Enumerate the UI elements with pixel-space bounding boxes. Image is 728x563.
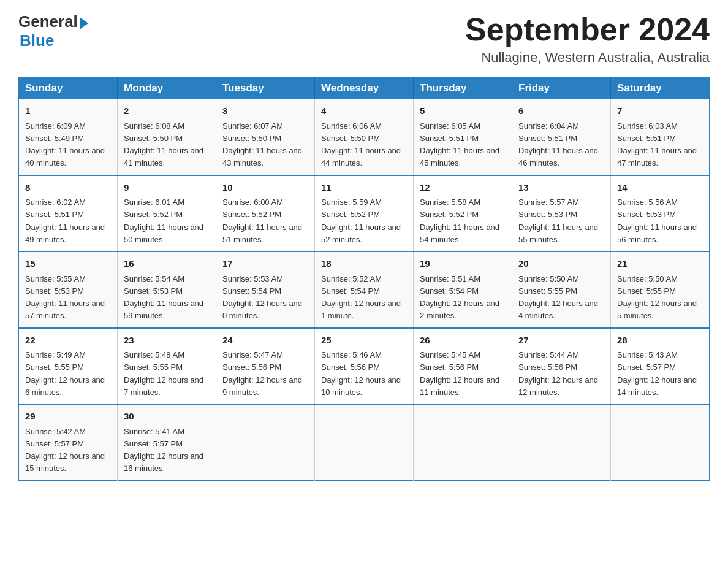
calendar-cell: 7 Sunrise: 6:03 AMSunset: 5:51 PMDayligh… — [611, 99, 710, 175]
day-info: Sunrise: 5:41 AMSunset: 5:57 PMDaylight:… — [124, 427, 203, 473]
calendar-cell: 27 Sunrise: 5:44 AMSunset: 5:56 PMDaylig… — [512, 328, 611, 405]
day-header-thursday: Thursday — [414, 77, 512, 100]
day-info: Sunrise: 5:56 AMSunset: 5:53 PMDaylight:… — [617, 197, 697, 244]
logo: General Blue — [18, 12, 88, 50]
day-number: 30 — [124, 410, 210, 424]
calendar-table: SundayMondayTuesdayWednesdayThursdayFrid… — [18, 77, 710, 481]
day-info: Sunrise: 5:50 AMSunset: 5:55 PMDaylight:… — [518, 274, 598, 321]
day-info: Sunrise: 5:45 AMSunset: 5:56 PMDaylight:… — [420, 350, 499, 397]
day-number: 21 — [617, 257, 703, 271]
day-number: 26 — [420, 334, 506, 348]
calendar-cell: 3 Sunrise: 6:07 AMSunset: 5:50 PMDayligh… — [216, 99, 315, 175]
day-number: 25 — [321, 334, 407, 348]
week-row-2: 8 Sunrise: 6:02 AMSunset: 5:51 PMDayligh… — [19, 175, 710, 252]
day-info: Sunrise: 5:55 AMSunset: 5:53 PMDaylight:… — [25, 274, 105, 321]
day-header-monday: Monday — [118, 77, 216, 100]
calendar-cell: 4 Sunrise: 6:06 AMSunset: 5:50 PMDayligh… — [315, 99, 414, 175]
calendar-cell — [611, 404, 710, 480]
day-number: 16 — [124, 257, 210, 271]
day-number: 18 — [321, 257, 407, 271]
day-number: 12 — [420, 181, 506, 195]
logo-arrow-icon — [80, 17, 88, 29]
day-info: Sunrise: 5:42 AMSunset: 5:57 PMDaylight:… — [25, 427, 105, 473]
calendar-cell: 6 Sunrise: 6:04 AMSunset: 5:51 PMDayligh… — [512, 99, 611, 175]
day-number: 28 — [617, 334, 703, 348]
logo-text-general: General — [18, 12, 78, 31]
calendar-cell — [216, 404, 315, 480]
calendar-cell: 23 Sunrise: 5:48 AMSunset: 5:55 PMDaylig… — [118, 328, 216, 405]
day-info: Sunrise: 6:09 AMSunset: 5:49 PMDaylight:… — [25, 121, 105, 168]
calendar-cell: 26 Sunrise: 5:45 AMSunset: 5:56 PMDaylig… — [414, 328, 512, 405]
day-info: Sunrise: 5:58 AMSunset: 5:52 PMDaylight:… — [420, 197, 499, 244]
calendar-cell: 30 Sunrise: 5:41 AMSunset: 5:57 PMDaylig… — [118, 404, 216, 480]
day-info: Sunrise: 6:06 AMSunset: 5:50 PMDaylight:… — [321, 121, 401, 168]
day-info: Sunrise: 6:03 AMSunset: 5:51 PMDaylight:… — [617, 121, 697, 168]
day-info: Sunrise: 6:04 AMSunset: 5:51 PMDaylight:… — [518, 121, 598, 168]
day-info: Sunrise: 5:57 AMSunset: 5:53 PMDaylight:… — [518, 197, 598, 244]
calendar-cell: 2 Sunrise: 6:08 AMSunset: 5:50 PMDayligh… — [118, 99, 216, 175]
calendar-cell: 29 Sunrise: 5:42 AMSunset: 5:57 PMDaylig… — [19, 404, 118, 480]
day-number: 8 — [25, 181, 111, 195]
day-info: Sunrise: 6:07 AMSunset: 5:50 PMDaylight:… — [222, 121, 302, 168]
calendar-cell — [512, 404, 611, 480]
day-header-sunday: Sunday — [19, 77, 118, 100]
day-number: 7 — [617, 104, 703, 118]
day-number: 11 — [321, 181, 407, 195]
week-row-5: 29 Sunrise: 5:42 AMSunset: 5:57 PMDaylig… — [19, 404, 710, 480]
day-number: 4 — [321, 104, 407, 118]
day-info: Sunrise: 5:50 AMSunset: 5:55 PMDaylight:… — [617, 274, 697, 321]
day-info: Sunrise: 5:46 AMSunset: 5:56 PMDaylight:… — [321, 350, 401, 397]
calendar-cell: 22 Sunrise: 5:49 AMSunset: 5:55 PMDaylig… — [19, 328, 118, 405]
day-number: 27 — [518, 334, 604, 348]
day-number: 20 — [518, 257, 604, 271]
month-title: September 2024 — [465, 12, 710, 47]
day-info: Sunrise: 5:54 AMSunset: 5:53 PMDaylight:… — [124, 274, 203, 321]
day-info: Sunrise: 5:47 AMSunset: 5:56 PMDaylight:… — [222, 350, 302, 397]
day-info: Sunrise: 5:51 AMSunset: 5:54 PMDaylight:… — [420, 274, 499, 321]
logo-text-blue: Blue — [20, 31, 88, 50]
day-info: Sunrise: 6:01 AMSunset: 5:52 PMDaylight:… — [124, 197, 203, 244]
calendar-cell — [414, 404, 512, 480]
calendar-cell: 11 Sunrise: 5:59 AMSunset: 5:52 PMDaylig… — [315, 175, 414, 252]
day-number: 2 — [124, 104, 210, 118]
calendar-cell: 15 Sunrise: 5:55 AMSunset: 5:53 PMDaylig… — [19, 251, 118, 328]
day-info: Sunrise: 5:53 AMSunset: 5:54 PMDaylight:… — [222, 274, 302, 321]
day-info: Sunrise: 6:05 AMSunset: 5:51 PMDaylight:… — [420, 121, 499, 168]
header-row: SundayMondayTuesdayWednesdayThursdayFrid… — [19, 77, 710, 100]
day-info: Sunrise: 5:59 AMSunset: 5:52 PMDaylight:… — [321, 197, 401, 244]
calendar-cell: 21 Sunrise: 5:50 AMSunset: 5:55 PMDaylig… — [611, 251, 710, 328]
calendar-cell: 12 Sunrise: 5:58 AMSunset: 5:52 PMDaylig… — [414, 175, 512, 252]
calendar-cell: 20 Sunrise: 5:50 AMSunset: 5:55 PMDaylig… — [512, 251, 611, 328]
day-info: Sunrise: 6:08 AMSunset: 5:50 PMDaylight:… — [124, 121, 203, 168]
day-number: 6 — [518, 104, 604, 118]
day-number: 22 — [25, 334, 111, 348]
title-area: September 2024 Nullagine, Western Austra… — [465, 12, 710, 66]
calendar-cell: 8 Sunrise: 6:02 AMSunset: 5:51 PMDayligh… — [19, 175, 118, 252]
day-number: 13 — [518, 181, 604, 195]
day-header-wednesday: Wednesday — [315, 77, 414, 100]
calendar-cell: 17 Sunrise: 5:53 AMSunset: 5:54 PMDaylig… — [216, 251, 315, 328]
day-number: 17 — [222, 257, 308, 271]
day-number: 23 — [124, 334, 210, 348]
day-number: 3 — [222, 104, 308, 118]
calendar-cell: 24 Sunrise: 5:47 AMSunset: 5:56 PMDaylig… — [216, 328, 315, 405]
day-number: 9 — [124, 181, 210, 195]
week-row-4: 22 Sunrise: 5:49 AMSunset: 5:55 PMDaylig… — [19, 328, 710, 405]
day-info: Sunrise: 6:02 AMSunset: 5:51 PMDaylight:… — [25, 197, 105, 244]
calendar-cell: 1 Sunrise: 6:09 AMSunset: 5:49 PMDayligh… — [19, 99, 118, 175]
calendar-cell: 16 Sunrise: 5:54 AMSunset: 5:53 PMDaylig… — [118, 251, 216, 328]
day-info: Sunrise: 5:43 AMSunset: 5:57 PMDaylight:… — [617, 350, 697, 397]
calendar-cell: 5 Sunrise: 6:05 AMSunset: 5:51 PMDayligh… — [414, 99, 512, 175]
calendar-cell: 25 Sunrise: 5:46 AMSunset: 5:56 PMDaylig… — [315, 328, 414, 405]
day-header-saturday: Saturday — [611, 77, 710, 100]
calendar-cell: 14 Sunrise: 5:56 AMSunset: 5:53 PMDaylig… — [611, 175, 710, 252]
calendar-cell: 10 Sunrise: 6:00 AMSunset: 5:52 PMDaylig… — [216, 175, 315, 252]
day-number: 15 — [25, 257, 111, 271]
day-header-friday: Friday — [512, 77, 611, 100]
day-info: Sunrise: 5:52 AMSunset: 5:54 PMDaylight:… — [321, 274, 401, 321]
week-row-3: 15 Sunrise: 5:55 AMSunset: 5:53 PMDaylig… — [19, 251, 710, 328]
day-info: Sunrise: 5:44 AMSunset: 5:56 PMDaylight:… — [518, 350, 598, 397]
day-number: 29 — [25, 410, 111, 424]
day-info: Sunrise: 5:48 AMSunset: 5:55 PMDaylight:… — [124, 350, 203, 397]
week-row-1: 1 Sunrise: 6:09 AMSunset: 5:49 PMDayligh… — [19, 99, 710, 175]
